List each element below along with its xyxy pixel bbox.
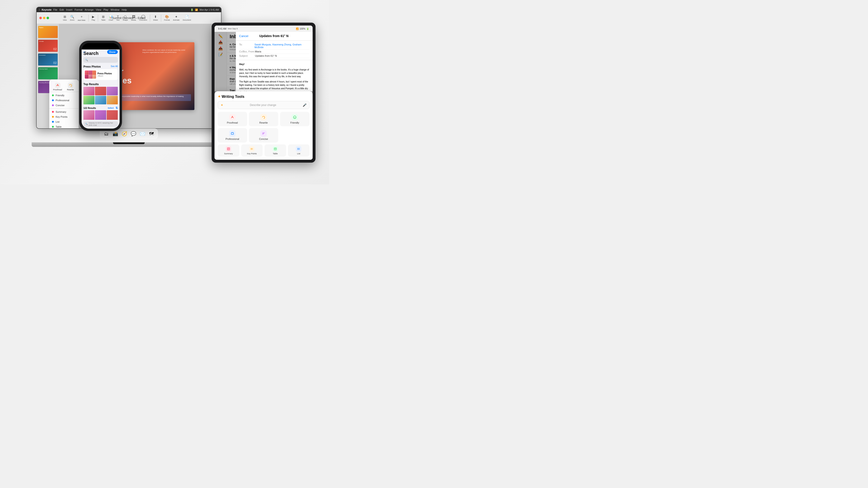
ipad-battery-icon: 🔋	[306, 28, 309, 30]
photo-small-3[interactable]	[107, 87, 118, 95]
wt-rewrite-btn[interactable]: Rewrite	[65, 83, 76, 91]
menu-format[interactable]: Format	[74, 8, 83, 11]
iphone-back-button[interactable]: ‹	[84, 50, 85, 54]
dock-messages[interactable]: 💬	[129, 130, 137, 138]
wt-ipad-list-btn[interactable]: List	[288, 144, 310, 157]
wt-friendly-item[interactable]: Friendly	[49, 93, 79, 98]
wt-ipad-keypoints-btn[interactable]: Key Points	[241, 144, 263, 157]
iphone-search-input-display[interactable]: 🔍	[84, 57, 118, 63]
email-title: Updates from 61° N	[259, 34, 288, 38]
dock-safari[interactable]: 🧭	[121, 130, 128, 138]
toolbar-zoom[interactable]: 🔍Zoom	[69, 14, 75, 22]
iphone-search-magnify: 🔍	[85, 59, 88, 61]
traffic-lights	[39, 17, 49, 19]
toolbar-format[interactable]: 🎨Format	[163, 14, 171, 22]
ipad-screen: 9:41 AM Mon Sep 9 📶 100% 🔋 Summarize ✏️ …	[215, 26, 313, 160]
photo-small-4[interactable]	[84, 96, 94, 104]
dock-maps[interactable]: 🗺	[148, 130, 155, 138]
fullscreen-button[interactable]	[46, 17, 49, 19]
menu-play[interactable]: Play	[103, 8, 108, 11]
email-body-para1: Well, my first week in Anchorage is in t…	[239, 68, 309, 78]
email-to-value: Sarah Murguia, Xiaomeng Zhong, Graham Mc…	[254, 43, 309, 48]
wt-ipad-rewrite-btn[interactable]: Rewrite	[249, 112, 278, 126]
svg-rect-25	[298, 148, 298, 149]
press-photo-mini-2	[89, 70, 92, 74]
wt-proofread-btn[interactable]: Proofread	[52, 83, 63, 91]
iphone-bottom-input[interactable]: 🔍 Stacey in NYC wearing her pink coat	[84, 121, 118, 127]
svg-rect-27	[298, 149, 298, 150]
email-to-row: To: Sarah Murguia, Xiaomeng Zhong, Graha…	[239, 42, 309, 50]
photo-small-2[interactable]	[95, 87, 106, 95]
menu-insert[interactable]: Insert	[66, 8, 72, 11]
wt-ipad-friendly-btn[interactable]: Friendly	[280, 112, 309, 126]
wt-table-label: Table	[56, 125, 61, 128]
wt-table-item[interactable]: Table	[49, 124, 79, 129]
menu-arrange[interactable]: Arrange	[85, 8, 94, 11]
email-cc-value: Maria	[255, 50, 261, 53]
select-button[interactable]: Select	[107, 107, 114, 109]
photo-small-1[interactable]	[84, 87, 94, 95]
wt-ipad-summary-btn[interactable]: Summary	[218, 144, 239, 157]
see-all-button[interactable]: See All	[111, 65, 118, 68]
wt-concise-item[interactable]: Concise	[49, 103, 79, 108]
wt-summary-label: Summary	[56, 110, 66, 113]
wt-ipad-keypoints-icon	[249, 146, 254, 152]
wt-ipad-professional-btn[interactable]: Professional	[218, 128, 247, 142]
macbook-device:  Keynote File Edit Insert Format Arrang…	[36, 7, 221, 147]
press-photo-mini-5	[89, 75, 92, 79]
iphone-notch-area	[82, 43, 120, 50]
toolbar-table[interactable]: ⊞Table	[100, 14, 106, 22]
press-photos-thumbnail	[85, 70, 96, 78]
toolbar-add-slide[interactable]: ＋Add Slide	[76, 14, 87, 22]
wt-ipad-table-btn[interactable]: Table	[265, 144, 286, 157]
wt-summary-item[interactable]: Summary	[49, 109, 79, 114]
wt-ipad-concise-icon	[260, 130, 267, 137]
toolbar-document[interactable]: 📄Document	[182, 14, 192, 22]
photo-small-6[interactable]	[107, 96, 118, 104]
menu-window[interactable]: Window	[111, 8, 119, 11]
toolbar-animate[interactable]: ✦Animate	[172, 14, 181, 22]
ipad-wifi-icon: 📶	[296, 28, 299, 30]
email-cancel-button[interactable]: Cancel	[239, 34, 248, 38]
slide-thumb-4[interactable]: Reducing Impact	[38, 67, 58, 79]
wt-ipad-concise-btn[interactable]: Concise	[249, 128, 278, 142]
wt-concise-label: Concise	[56, 104, 65, 107]
slide-thumb-3[interactable]: Environment 02	[38, 53, 58, 66]
iphone-bottom-placeholder: Stacey in NYC wearing her pink coat	[89, 122, 116, 126]
close-button[interactable]	[39, 17, 42, 19]
wt-professional-item[interactable]: Professional	[49, 98, 79, 103]
results-count-bar: 122 Results Select ⇅	[82, 106, 120, 110]
iphone-done-button[interactable]: Done	[107, 50, 118, 54]
wt-list-item[interactable]: List	[49, 119, 79, 124]
menu-edit[interactable]: Edit	[60, 8, 64, 11]
sort-icon[interactable]: ⇅	[116, 106, 118, 109]
wt-ipad-keypoints-label: Key Points	[247, 153, 257, 155]
wt-ipad-proofread-btn[interactable]: Proofread	[218, 112, 247, 126]
iphone-content: Search 🔍 Press Photos See All	[82, 50, 120, 129]
slide-thumb-2[interactable]: Circular 02	[38, 39, 58, 52]
toolbar-play[interactable]: ▶Play	[90, 14, 96, 22]
keynote-toolbar: Summit Overview — Edited ⊞View 🔍Zoom ＋Ad…	[37, 12, 221, 24]
wt-ipad-table-label: Table	[273, 153, 278, 155]
minimize-button[interactable]	[43, 17, 45, 19]
email-subject-label: Subject:	[239, 55, 255, 57]
toolbar-share[interactable]: ⬆Share	[152, 14, 159, 22]
menu-view[interactable]: View	[96, 8, 101, 11]
dock-mail[interactable]: ✉️	[138, 130, 146, 138]
press-photos-card[interactable]: Press Photos Album	[84, 69, 118, 80]
wt-mic-icon[interactable]: 🎤	[303, 103, 307, 107]
wt-concise-dot	[52, 104, 54, 106]
menu-help[interactable]: Help	[122, 8, 127, 11]
menubar-battery: 🔋	[191, 8, 193, 11]
macbook-base	[32, 142, 226, 147]
press-photos-info: Press Photos Album	[97, 72, 116, 77]
menu-file[interactable]: File	[53, 8, 57, 11]
toolbar-view[interactable]: ⊞View	[62, 14, 68, 22]
wt-describe-input[interactable]: ✦ Describe your change 🎤	[218, 101, 309, 109]
dock-finder[interactable]: 🗂	[102, 130, 110, 138]
dock-photos[interactable]: 📸	[112, 130, 119, 138]
photo-small-5[interactable]	[95, 96, 106, 104]
wt-list-dot	[52, 121, 54, 123]
wt-keypoints-item[interactable]: Key Points	[49, 114, 79, 119]
slide-thumb-1[interactable]: Topics	[38, 26, 58, 38]
